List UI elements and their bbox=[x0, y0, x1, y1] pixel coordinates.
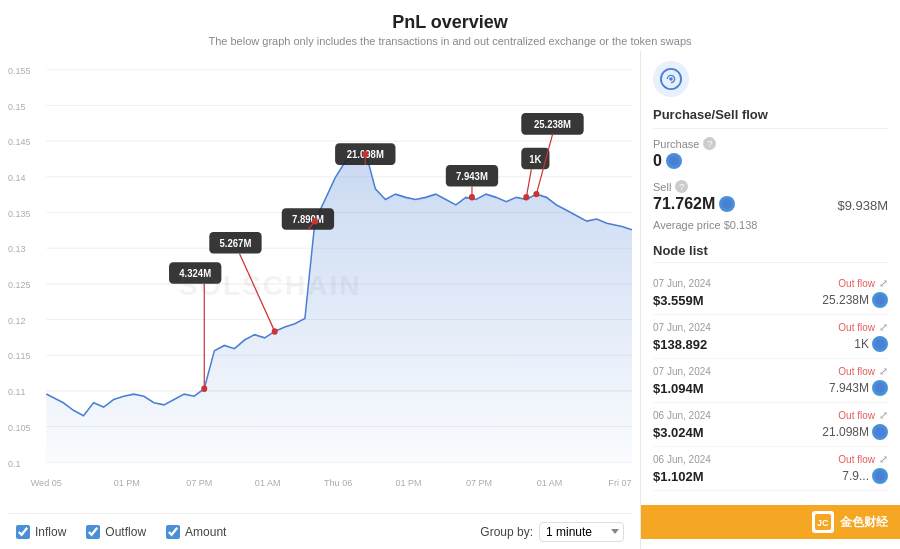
node-amount: 21.098M bbox=[822, 424, 888, 440]
node-date-row: 06 Jun, 2024 Out flow ⤢ bbox=[653, 453, 888, 466]
svg-point-69 bbox=[875, 471, 885, 481]
node-date: 07 Jun, 2024 bbox=[653, 322, 711, 333]
group-by-select[interactable]: 1 minute 5 minutes 15 minutes 1 hour bbox=[539, 522, 624, 542]
node-date: 06 Jun, 2024 bbox=[653, 454, 711, 465]
svg-text:7.890M: 7.890M bbox=[292, 214, 324, 225]
chart-footer: Inflow Outflow Amount Group by: 1 minute… bbox=[8, 513, 632, 549]
amount-checkbox[interactable] bbox=[166, 525, 180, 539]
node-usd: $3.559M bbox=[653, 293, 704, 308]
svg-point-68 bbox=[875, 427, 885, 437]
svg-point-43 bbox=[469, 194, 475, 200]
node-outflow-label: Out flow ⤢ bbox=[838, 365, 888, 378]
svg-point-39 bbox=[362, 151, 368, 157]
node-coin-icon bbox=[872, 468, 888, 484]
right-panel: Purchase/Sell flow Purchase ? 0 bbox=[640, 51, 900, 549]
node-amount: 1K bbox=[854, 336, 888, 352]
purchase-value: 0 bbox=[653, 152, 716, 170]
svg-text:Thu 06: Thu 06 bbox=[324, 477, 352, 488]
svg-text:0.12: 0.12 bbox=[8, 315, 26, 326]
inflow-label: Inflow bbox=[35, 525, 66, 539]
svg-text:01 PM: 01 PM bbox=[114, 477, 140, 488]
svg-text:0.14: 0.14 bbox=[8, 172, 26, 183]
avg-price: Average price $0.138 bbox=[653, 219, 888, 231]
node-date: 07 Jun, 2024 bbox=[653, 366, 711, 377]
node-item: 06 Jun, 2024 Out flow ⤢ $3.024M 21.098M bbox=[653, 403, 888, 447]
node-link-icon[interactable]: ⤢ bbox=[879, 453, 888, 466]
node-item: 07 Jun, 2024 Out flow ⤢ $138.892 1K bbox=[653, 315, 888, 359]
page-header: PnL overview The below graph only includ… bbox=[0, 0, 900, 51]
node-date: 07 Jun, 2024 bbox=[653, 278, 711, 289]
svg-point-51 bbox=[533, 191, 539, 197]
banner-logo: JC bbox=[812, 511, 834, 533]
svg-text:0.125: 0.125 bbox=[8, 279, 31, 290]
outflow-checkbox[interactable] bbox=[86, 525, 100, 539]
svg-point-31 bbox=[272, 328, 278, 334]
node-values-row: $1.102M 7.9... bbox=[653, 468, 888, 484]
node-link-icon[interactable]: ⤢ bbox=[879, 365, 888, 378]
purchase-info-icon[interactable]: ? bbox=[703, 137, 716, 150]
node-coin-icon bbox=[872, 424, 888, 440]
svg-point-64 bbox=[722, 199, 732, 209]
node-link-icon[interactable]: ⤢ bbox=[879, 409, 888, 422]
node-outflow-label: Out flow ⤢ bbox=[838, 321, 888, 334]
svg-text:07 PM: 07 PM bbox=[466, 477, 492, 488]
svg-text:0.15: 0.15 bbox=[8, 100, 26, 111]
svg-text:0.145: 0.145 bbox=[8, 136, 31, 147]
chart-wrapper: SOLSCHAIN 0.155 0.15 0.145 0.14 0.135 0.… bbox=[8, 59, 632, 513]
purchase-row: Purchase ? 0 bbox=[653, 137, 888, 170]
main-content: SOLSCHAIN 0.155 0.15 0.145 0.14 0.135 0.… bbox=[0, 51, 900, 549]
svg-text:01 AM: 01 AM bbox=[255, 477, 281, 488]
svg-text:0.155: 0.155 bbox=[8, 65, 31, 76]
bottom-banner: JC 金色财经 bbox=[641, 505, 900, 539]
node-values-row: $3.024M 21.098M bbox=[653, 424, 888, 440]
svg-text:0.11: 0.11 bbox=[8, 386, 26, 397]
svg-text:Fri 07: Fri 07 bbox=[608, 477, 631, 488]
legend-outflow: Outflow bbox=[86, 525, 146, 539]
node-values-row: $3.559M 25.238M bbox=[653, 292, 888, 308]
token-icon bbox=[660, 68, 682, 90]
sell-info-icon[interactable]: ? bbox=[675, 180, 688, 193]
node-item: 07 Jun, 2024 Out flow ⤢ $1.094M 7.943M bbox=[653, 359, 888, 403]
banner-text: 金色财经 bbox=[840, 514, 888, 531]
node-date-row: 06 Jun, 2024 Out flow ⤢ bbox=[653, 409, 888, 422]
group-by-control: Group by: 1 minute 5 minutes 15 minutes … bbox=[480, 522, 624, 542]
svg-text:JC: JC bbox=[817, 518, 829, 528]
svg-point-65 bbox=[875, 295, 885, 305]
node-outflow-label: Out flow ⤢ bbox=[838, 277, 888, 290]
sell-row: 71.762M $9.938M bbox=[653, 195, 888, 213]
purchase-coin-icon bbox=[666, 153, 682, 169]
chart-area: SOLSCHAIN 0.155 0.15 0.145 0.14 0.135 0.… bbox=[0, 51, 640, 549]
price-chart: 0.155 0.15 0.145 0.14 0.135 0.13 0.125 0… bbox=[8, 59, 632, 513]
page-subtitle: The below graph only includes the transa… bbox=[0, 35, 900, 47]
svg-text:1K: 1K bbox=[529, 153, 542, 164]
node-usd: $1.094M bbox=[653, 381, 704, 396]
svg-text:01 PM: 01 PM bbox=[396, 477, 422, 488]
sell-label: Sell ? bbox=[653, 180, 888, 193]
svg-point-27 bbox=[201, 385, 207, 391]
svg-text:25.238M: 25.238M bbox=[534, 119, 571, 130]
legend-inflow: Inflow bbox=[16, 525, 66, 539]
svg-text:4.324M: 4.324M bbox=[179, 268, 211, 279]
svg-text:5.267M: 5.267M bbox=[220, 238, 252, 249]
node-outflow-label: Out flow ⤢ bbox=[838, 409, 888, 422]
purchase-label: Purchase ? bbox=[653, 137, 716, 150]
node-link-icon[interactable]: ⤢ bbox=[879, 321, 888, 334]
node-coin-icon bbox=[872, 336, 888, 352]
node-date: 06 Jun, 2024 bbox=[653, 410, 711, 421]
svg-text:0.13: 0.13 bbox=[8, 243, 26, 254]
svg-point-63 bbox=[669, 156, 679, 166]
svg-text:0.135: 0.135 bbox=[8, 208, 31, 219]
sell-coin-icon bbox=[719, 196, 735, 212]
node-coin-icon bbox=[872, 380, 888, 396]
svg-text:7.943M: 7.943M bbox=[456, 171, 488, 182]
legend-amount: Amount bbox=[166, 525, 226, 539]
node-date-row: 07 Jun, 2024 Out flow ⤢ bbox=[653, 277, 888, 290]
node-link-icon[interactable]: ⤢ bbox=[879, 277, 888, 290]
inflow-checkbox[interactable] bbox=[16, 525, 30, 539]
sell-usd: $9.938M bbox=[837, 198, 888, 213]
group-by-label: Group by: bbox=[480, 525, 533, 539]
node-date-row: 07 Jun, 2024 Out flow ⤢ bbox=[653, 365, 888, 378]
node-outflow-label: Out flow ⤢ bbox=[838, 453, 888, 466]
svg-point-62 bbox=[669, 77, 673, 81]
svg-point-67 bbox=[875, 383, 885, 393]
